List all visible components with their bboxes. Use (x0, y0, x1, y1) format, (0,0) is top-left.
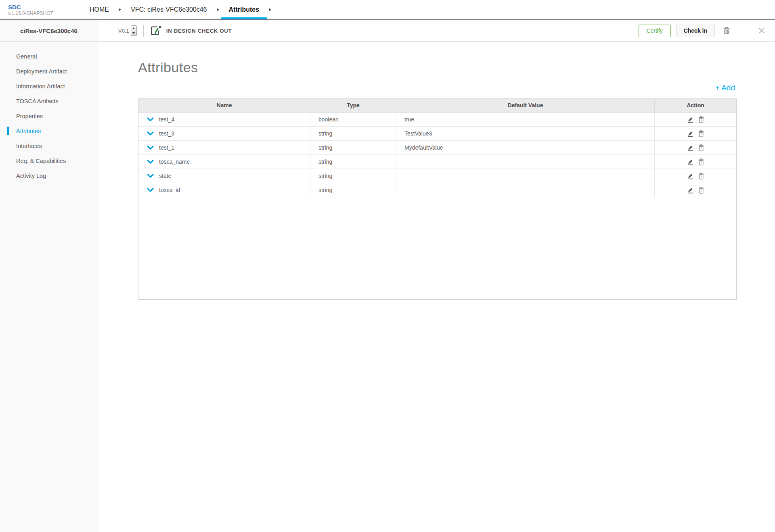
edit-icon[interactable] (687, 116, 694, 123)
version-selector[interactable] (131, 25, 137, 36)
breadcrumb-arrow-icon (119, 8, 121, 11)
attributes-table-body: test_4 boolean true (138, 113, 736, 197)
main-content: Attributes + Add Name Type Default Value… (98, 42, 775, 532)
delete-component-icon[interactable] (723, 27, 730, 35)
attribute-name: tosca_id (159, 187, 180, 193)
attribute-type-cell: string (310, 155, 396, 169)
attribute-name-cell: tosca_name (138, 155, 310, 169)
chevron-down-icon[interactable] (147, 174, 154, 178)
add-attribute-button[interactable]: + Add (715, 83, 737, 92)
attribute-name-cell: tosca_id (138, 183, 310, 197)
table-header-row: Name Type Default Value Action (138, 98, 736, 113)
sidebar-item-label: Attributes (16, 128, 41, 134)
column-header-name: Name (138, 98, 310, 112)
table-row: test_1 string MydefaultValue (138, 141, 736, 155)
attribute-name-cell: state (138, 169, 310, 183)
edit-icon[interactable] (687, 158, 694, 166)
lifecycle-state-label: IN DESIGN CHECK OUT (166, 28, 232, 34)
sidebar-item-label: Properties (16, 113, 43, 119)
attribute-type-cell: string (310, 127, 396, 140)
version-group: V0.1 IN DESIGN CHECK OUT (118, 25, 232, 37)
app-logo: SDC v.1.16.0-SNAPSHOT (0, 0, 65, 19)
delete-icon[interactable] (698, 158, 704, 166)
attribute-default-value-cell (396, 183, 655, 197)
sidebar-item-req-capabilities[interactable]: Req. & Capabilities (0, 153, 98, 168)
check-in-button[interactable]: Check in (676, 25, 715, 37)
attribute-action-cell (655, 113, 736, 126)
sidebar-item-label: Deployment Artifact (16, 68, 67, 75)
page-title: Attributes (138, 58, 775, 76)
attribute-name-cell: test_1 (138, 141, 310, 154)
attribute-name: test_3 (159, 130, 174, 137)
active-indicator (7, 127, 9, 135)
attribute-action-cell (655, 141, 736, 154)
sidebar-item-label: TOSCA Artifacts (16, 98, 59, 104)
attribute-type-cell: string (310, 169, 396, 183)
content-row: General Deployment Artifact Information … (0, 42, 775, 532)
checkout-icon (150, 25, 162, 36)
edit-icon[interactable] (687, 186, 694, 194)
sidebar-item-label: Information Artifact (16, 83, 65, 90)
delete-icon[interactable] (698, 130, 704, 138)
attribute-name-cell: test_4 (138, 113, 310, 126)
sidebar-item-information-artifact[interactable]: Information Artifact (0, 79, 98, 94)
edit-icon[interactable] (687, 130, 694, 138)
sidebar-item-label: Activity Log (16, 173, 46, 179)
sidebar-item-general[interactable]: General (0, 49, 98, 64)
chevron-down-icon[interactable] (147, 131, 154, 136)
delete-icon[interactable] (698, 186, 704, 194)
sidebar-item-activity-log[interactable]: Activity Log (0, 168, 98, 183)
entity-name: ciRes-VFC6e300c46 (0, 20, 98, 42)
table-row: test_4 boolean true (138, 113, 736, 127)
delete-icon[interactable] (698, 116, 704, 123)
breadcrumb-attributes[interactable]: Attributes (221, 0, 268, 19)
attribute-action-cell (655, 169, 736, 183)
edit-icon[interactable] (687, 144, 694, 152)
attribute-action-cell (655, 127, 736, 140)
sidebar-item-interfaces[interactable]: Interfaces (0, 138, 98, 153)
attribute-default-value-cell: true (396, 113, 655, 126)
app-logo-title: SDC (8, 4, 65, 10)
attribute-name: state (159, 173, 171, 179)
spinner-down-icon[interactable] (132, 32, 135, 34)
edit-icon[interactable] (687, 172, 694, 180)
attribute-name: test_4 (159, 116, 174, 123)
close-icon[interactable] (758, 27, 765, 34)
attribute-action-cell (655, 155, 736, 169)
attribute-default-value-cell (396, 155, 655, 169)
breadcrumb-home[interactable]: HOME (82, 0, 117, 19)
column-header-default-value: Default Value (396, 98, 655, 112)
attributes-table: Name Type Default Value Action test_4 bo… (138, 98, 737, 300)
sidebar-item-attributes[interactable]: Attributes (0, 123, 98, 138)
chevron-down-icon[interactable] (147, 188, 154, 192)
attribute-action-cell (655, 183, 736, 197)
attribute-name: test_1 (159, 144, 174, 151)
column-header-type: Type (310, 98, 396, 112)
attribute-type-cell: boolean (310, 113, 396, 126)
chevron-down-icon[interactable] (147, 146, 154, 150)
top-header: SDC v.1.16.0-SNAPSHOT HOME VFC: ciRes-VF… (0, 0, 775, 20)
chevron-down-icon[interactable] (147, 160, 154, 164)
sidebar-item-label: Interfaces (16, 143, 42, 149)
spinner-up-icon[interactable] (132, 27, 135, 29)
chevron-down-icon[interactable] (147, 117, 154, 122)
attribute-name-cell: test_3 (138, 127, 310, 140)
divider (744, 25, 744, 37)
delete-icon[interactable] (698, 144, 704, 152)
breadcrumb: HOME VFC: ciRes-VFC6e300c46 Attributes (82, 0, 273, 19)
sidebar-item-deployment-artifact[interactable]: Deployment Artifact (0, 64, 98, 79)
sidebar-item-label: Req. & Capabilities (16, 158, 66, 164)
sidebar-item-label: General (16, 53, 37, 60)
attribute-default-value-cell: MydefaultValue (396, 141, 655, 154)
toolbar-actions: Certify Check in (639, 25, 775, 37)
sidebar-item-properties[interactable]: Properties (0, 108, 98, 123)
divider (143, 25, 144, 37)
table-row: test_3 string TestValue3 (138, 127, 736, 141)
attribute-type-cell: string (310, 141, 396, 154)
sidebar-item-tosca-artifacts[interactable]: TOSCA Artifacts (0, 94, 98, 108)
delete-icon[interactable] (698, 172, 704, 180)
certify-button[interactable]: Certify (639, 25, 671, 37)
breadcrumb-arrow-icon (269, 8, 271, 11)
sidebar: General Deployment Artifact Information … (0, 42, 98, 532)
breadcrumb-vfc[interactable]: VFC: ciRes-VFC6e300c46 (123, 0, 215, 19)
